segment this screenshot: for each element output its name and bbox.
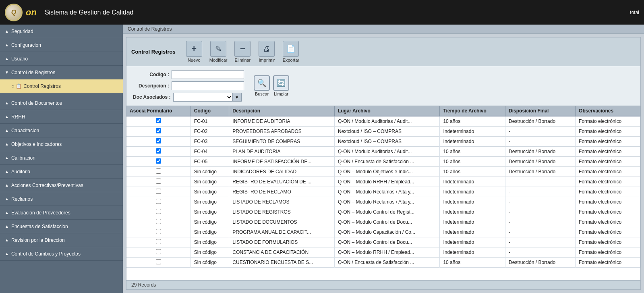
row-checkbox-cell: [126, 247, 191, 258]
row-checkbox[interactable]: [156, 168, 161, 174]
sidebar-item-control-registros-sub[interactable]: ○ 📋 Control Registros: [0, 79, 123, 93]
sidebar-item-revision-direccion[interactable]: ▲ Revision por la Direccion: [0, 233, 123, 247]
codigo-input[interactable]: [172, 70, 244, 79]
row-cell: 10 años: [440, 116, 505, 127]
sidebar-item-rrhh[interactable]: ▲ RRHH: [0, 110, 123, 124]
row-checkbox-cell: [126, 258, 191, 268]
sidebar-item-seguridad[interactable]: ▲ Seguridad: [0, 25, 123, 38]
row-checkbox[interactable]: [156, 138, 161, 143]
row-cell: FC-05: [191, 157, 229, 167]
main-panel: Control Registros + Nuevo ✎ Modificar − …: [126, 37, 641, 290]
row-cell: Sin código: [191, 187, 229, 197]
row-cell: CUESTIONARIO ENCUESTA DE S...: [229, 258, 335, 268]
sidebar-item-evaluacion-proveedores[interactable]: ▲ Evaluacion de Proveedores: [0, 206, 123, 220]
row-cell: Destrucción / Borrado: [505, 157, 576, 167]
row-checkbox[interactable]: [156, 239, 161, 244]
row-cell: Nextcloud / ISO – COMPRAS: [334, 137, 440, 147]
sidebar-item-usuario[interactable]: ▲ Usuario: [0, 52, 123, 66]
row-cell: INFORME DE SATISFACCIÓN DE...: [229, 157, 335, 167]
row-cell: Sin código: [191, 217, 229, 227]
col-disposicion-final: Disposicion Final: [505, 106, 576, 116]
row-cell: -: [505, 227, 576, 237]
table-row: FC-01INFORME DE AUDITORIAQ-ON / Modulo A…: [126, 116, 640, 127]
exportar-button[interactable]: 📄 Exportar: [282, 41, 300, 62]
row-cell: -: [505, 247, 576, 258]
sidebar-item-capacitacion[interactable]: ▲ Capacitacion: [0, 124, 123, 137]
row-checkbox[interactable]: [156, 229, 161, 234]
row-cell: Formato electrónico: [576, 177, 640, 187]
row-cell: -: [505, 237, 576, 247]
modificar-label: Modificar: [209, 58, 228, 62]
sidebar-item-control-documentos[interactable]: ▲ Control de Documentos: [0, 96, 123, 110]
table-body: FC-01INFORME DE AUDITORIAQ-ON / Modulo A…: [126, 116, 640, 268]
table-container: Asocia Formulario Codigo Descripcion Lug…: [126, 106, 640, 280]
row-cell: CONSTANCIA DE CAPACITACIÓN: [229, 247, 335, 258]
row-cell: -: [505, 217, 576, 227]
row-checkbox[interactable]: [156, 128, 161, 133]
search-fields: Codigo : Descripcion : Doc Asociados : ▼: [133, 70, 244, 102]
row-cell: LISTADO DE REGISTROS: [229, 207, 335, 217]
row-checkbox[interactable]: [156, 148, 161, 154]
row-checkbox-cell: [126, 197, 191, 207]
sidebar-item-control-registros[interactable]: ▼ Control de Registros: [0, 66, 123, 79]
row-cell: Formato electrónico: [576, 258, 640, 268]
row-cell: Q-ON / Modulo Auditorias / Audit...: [334, 147, 440, 157]
logo-icon: Q: [5, 4, 23, 21]
sidebar-item-encuestas-satisfaccion[interactable]: ▲ Encuestas de Satisfaccion: [0, 220, 123, 233]
row-checkbox[interactable]: [156, 249, 161, 254]
sidebar-item-acciones-correctivas[interactable]: ▲ Acciones Correctivas/Preventivas: [0, 179, 123, 192]
row-checkbox[interactable]: [156, 209, 161, 214]
row-cell: Nextcloud / ISO – COMPRAS: [334, 127, 440, 137]
row-cell: Indeterminado: [440, 237, 505, 247]
doc-asociados-dropdown-btn[interactable]: ▼: [233, 93, 242, 102]
doc-asociados-select[interactable]: [173, 93, 233, 102]
row-checkbox[interactable]: [156, 259, 161, 264]
arrow-icon: ▲: [5, 197, 9, 201]
row-cell: Q-ON – Modulo Control de Regist...: [334, 207, 440, 217]
sidebar-item-label: Control de Cambios y Proyectos: [11, 251, 81, 257]
row-cell: -: [505, 197, 576, 207]
arrow-icon: ▲: [5, 43, 9, 47]
sidebar-item-control-cambios[interactable]: ▲ Control de Cambios y Proyectos: [0, 247, 123, 261]
sidebar-item-objetivos-indicadores[interactable]: ▲ Objetivos e Indicadores: [0, 137, 123, 151]
row-cell: 10 años: [440, 147, 505, 157]
buscar-button[interactable]: 🔍 Buscar: [254, 75, 270, 96]
content-area: Control de Registros Control Registros +…: [123, 25, 644, 293]
limpiar-button[interactable]: 🔄 Limpiar: [273, 75, 289, 96]
sidebar-item-configuracion[interactable]: ▲ Configuracion: [0, 38, 123, 52]
row-cell: -: [505, 127, 576, 137]
table-row: FC-03SEGUIMIENTO DE COMPRASNextcloud / I…: [126, 137, 640, 147]
nuevo-button[interactable]: + Nuevo: [185, 41, 203, 62]
row-checkbox[interactable]: [156, 189, 161, 194]
row-cell: Formato electrónico: [576, 116, 640, 127]
descripcion-input[interactable]: [172, 81, 244, 90]
table-row: Sin códigoLISTADO DE FORMULARIOSQ-ON – M…: [126, 237, 640, 247]
col-tiempo-archivo: Tiempo de Archivo: [440, 106, 505, 116]
row-cell: PLAN DE AUDITORIA: [229, 147, 335, 157]
row-cell: Formato electrónico: [576, 197, 640, 207]
row-checkbox[interactable]: [156, 219, 161, 224]
row-checkbox[interactable]: [156, 118, 161, 123]
row-cell: Indeterminado: [440, 247, 505, 258]
row-checkbox[interactable]: [156, 179, 161, 184]
row-cell: FC-03: [191, 137, 229, 147]
row-cell: FC-01: [191, 116, 229, 127]
sidebar-item-auditoria[interactable]: ▲ Auditoria: [0, 165, 123, 179]
sidebar-item-reclamos[interactable]: ▲ Reclamos: [0, 192, 123, 206]
row-checkbox[interactable]: [156, 158, 161, 164]
row-cell: -: [505, 177, 576, 187]
row-checkbox-cell: [126, 167, 191, 177]
row-cell: 10 años: [440, 157, 505, 167]
table-row: Sin códigoLISTADO DE REGISTROSQ-ON – Mod…: [126, 207, 640, 217]
row-cell: FC-02: [191, 127, 229, 137]
row-cell: Indeterminado: [440, 137, 505, 147]
row-cell: Q-ON – Modulo RRHH / Emplead...: [334, 177, 440, 187]
row-checkbox[interactable]: [156, 199, 161, 204]
sidebar-item-calibracion[interactable]: ▲ Calibracion: [0, 151, 123, 165]
row-checkbox-cell: [126, 207, 191, 217]
eliminar-button[interactable]: − Eliminar: [234, 41, 251, 62]
row-cell: Formato electrónico: [576, 237, 640, 247]
imprimir-button[interactable]: 🖨 Imprimir: [258, 41, 275, 62]
modificar-button[interactable]: ✎ Modificar: [209, 41, 228, 62]
exportar-label: Exportar: [283, 58, 300, 62]
